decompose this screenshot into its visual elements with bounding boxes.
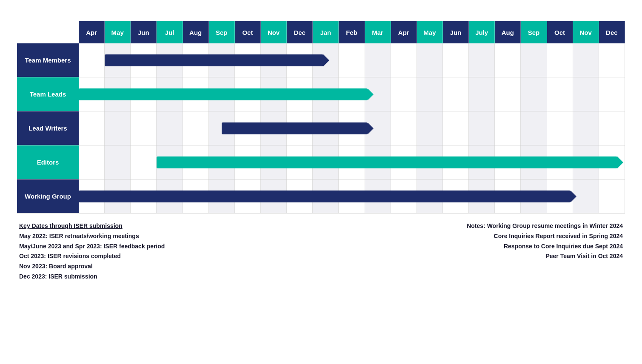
gantt-row-3 bbox=[79, 145, 625, 179]
notes-right: Notes: Working Group resume meetings in … bbox=[467, 221, 623, 282]
row-labels: Team MembersTeam LeadsLead WritersEditor… bbox=[17, 21, 79, 213]
month-cell-jan: Jan bbox=[313, 21, 339, 43]
gantt-bar-4 bbox=[79, 191, 571, 202]
notes-section: Key Dates through ISER submissionMay 202… bbox=[17, 221, 625, 282]
month-cell-sep: Sep bbox=[209, 21, 235, 43]
gantt-area: AprMayJunJulAugSepOctNovDecJanFebMarAprM… bbox=[79, 21, 625, 213]
key-date-item: Oct 2023: ISER revisions completed bbox=[19, 251, 165, 262]
bar-container-1 bbox=[79, 77, 625, 111]
note-item: Peer Team Visit in Oct 2024 bbox=[467, 251, 623, 262]
month-cell-may: May bbox=[105, 21, 131, 43]
note-item: Core Inquiries Report received in Spring… bbox=[467, 231, 623, 242]
month-cell-jul: Jul bbox=[157, 21, 183, 43]
month-cell-jun: Jun bbox=[131, 21, 157, 43]
month-cell-sep: Sep bbox=[521, 21, 547, 43]
key-date-item: Nov 2023: Board approval bbox=[19, 262, 165, 272]
gantt-row-4 bbox=[79, 179, 625, 213]
chart-wrapper: Team MembersTeam LeadsLead WritersEditor… bbox=[17, 21, 625, 213]
gantt-rows bbox=[79, 43, 625, 213]
note-item: Response to Core Inquiries due Sept 2024 bbox=[467, 242, 623, 252]
gantt-bar-0 bbox=[105, 54, 323, 66]
month-cell-oct: Oct bbox=[235, 21, 261, 43]
month-cell-mar: Mar bbox=[365, 21, 391, 43]
row-label-1: Team Leads bbox=[17, 77, 79, 111]
month-cell-dec: Dec bbox=[287, 21, 313, 43]
gantt-bar-3 bbox=[157, 156, 617, 168]
month-cell-july: July bbox=[469, 21, 495, 43]
month-header: AprMayJunJulAugSepOctNovDecJanFebMarAprM… bbox=[79, 21, 625, 43]
month-cell-jun: Jun bbox=[443, 21, 469, 43]
month-cell-dec: Dec bbox=[599, 21, 625, 43]
key-date-item: Dec 2023: ISER submission bbox=[19, 272, 165, 282]
key-dates-title: Key Dates through ISER submission bbox=[19, 221, 165, 231]
row-label-2: Lead Writers bbox=[17, 111, 79, 145]
month-cell-may: May bbox=[417, 21, 443, 43]
gantt-row-2 bbox=[79, 111, 625, 145]
row-label-0: Team Members bbox=[17, 43, 79, 77]
gantt-row-1 bbox=[79, 77, 625, 111]
bar-container-2 bbox=[79, 111, 625, 145]
month-cell-apr: Apr bbox=[79, 21, 105, 43]
bar-container-0 bbox=[79, 43, 625, 77]
month-cell-feb: Feb bbox=[339, 21, 365, 43]
key-date-item: May 2022: ISER retreats/working meetings bbox=[19, 231, 165, 242]
month-cell-aug: Aug bbox=[183, 21, 209, 43]
key-date-item: May/June 2023 and Spr 2023: ISER feedbac… bbox=[19, 242, 165, 252]
month-cell-oct: Oct bbox=[547, 21, 573, 43]
key-dates: Key Dates through ISER submissionMay 202… bbox=[19, 221, 165, 282]
month-cell-nov: Nov bbox=[573, 21, 599, 43]
gantt-bar-2 bbox=[222, 122, 368, 134]
month-cell-nov: Nov bbox=[261, 21, 287, 43]
gantt-row-0 bbox=[79, 43, 625, 77]
note-item: Notes: Working Group resume meetings in … bbox=[467, 221, 623, 231]
label-spacer bbox=[17, 21, 79, 43]
bar-container-3 bbox=[79, 145, 625, 179]
bar-container-4 bbox=[79, 179, 625, 213]
month-cell-apr: Apr bbox=[391, 21, 417, 43]
gantt-bar-1 bbox=[79, 88, 368, 100]
row-label-4: Working Group bbox=[17, 179, 79, 213]
month-cell-aug: Aug bbox=[495, 21, 521, 43]
row-label-3: Editors bbox=[17, 145, 79, 179]
